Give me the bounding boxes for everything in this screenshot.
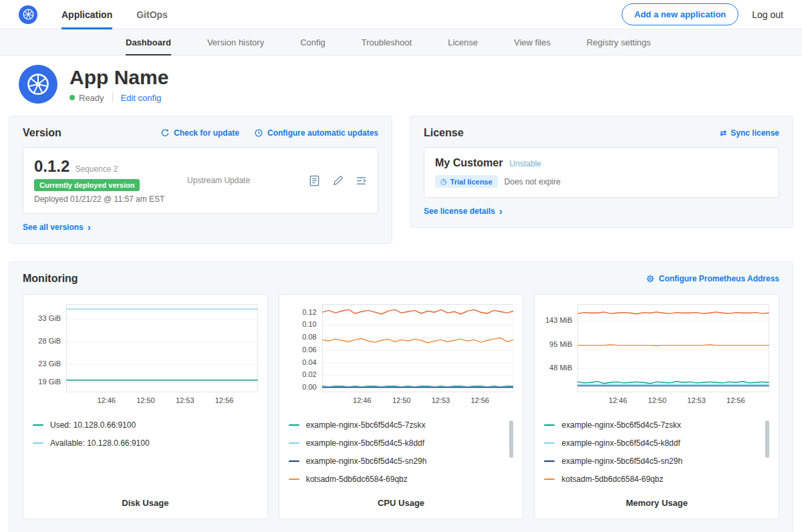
legend-item: example-nginx-5bc6f5d4c5-sn29h: [544, 452, 761, 471]
subnav-license[interactable]: License: [448, 29, 478, 55]
legend-item: example-nginx-5bc6f5d4c5-7zskx: [544, 416, 761, 434]
edit-config-link[interactable]: Edit config: [121, 93, 162, 103]
app-header: App Name Ready Edit config: [0, 55, 802, 116]
subnav-config[interactable]: Config: [300, 29, 325, 55]
license-card-title: License: [424, 127, 464, 139]
configure-automatic-updates-label: Configure automatic updates: [267, 128, 378, 138]
kubernetes-wheel-icon: [25, 72, 51, 97]
y-axis-tick: 0.06: [302, 346, 316, 354]
topnav-right: Add a new application Log out: [622, 3, 783, 25]
page-title: App Name: [70, 66, 168, 88]
check-for-update-link[interactable]: Check for update: [160, 128, 239, 138]
y-axis-tick: 0.00: [302, 383, 316, 391]
disk-usage-chart: [66, 304, 258, 392]
legend-color-dash: [289, 479, 299, 480]
subnav-version-history[interactable]: Version history: [207, 29, 264, 55]
y-axis-tick: 95 MiB: [549, 340, 572, 348]
scrollbar-thumb[interactable]: [509, 420, 513, 458]
see-license-details-link[interactable]: See license details ›: [424, 206, 503, 216]
subnav-troubleshoot[interactable]: Troubleshoot: [362, 29, 412, 55]
version-number: 0.1.2: [34, 157, 70, 176]
legend-scrollbar[interactable]: [509, 418, 513, 487]
x-axis-tick: 12:56: [726, 396, 745, 404]
clock-icon: ◷: [440, 177, 447, 186]
kubernetes-wheel-icon: [22, 8, 35, 21]
legend-label: example-nginx-5bc6f5d4c5-k8ddf: [561, 438, 680, 448]
configure-prometheus-label: Configure Prometheus Address: [659, 274, 779, 283]
x-axis-tick: 12:46: [97, 396, 116, 404]
legend-item: kotsadm-5db6dc6584-69qbz: [544, 471, 761, 489]
memory-usage-chart: [577, 304, 769, 392]
trial-license-label: Trial license: [450, 178, 493, 186]
y-axis-tick: 33 GiB: [38, 314, 61, 322]
see-all-versions-link[interactable]: See all versions ›: [23, 222, 91, 232]
deployed-timestamp: Deployed 01/21/22 @ 11:57 am EST: [34, 194, 187, 204]
memory-chart-title: Memory Usage: [544, 489, 769, 508]
cpu-usage-chart: [322, 304, 514, 392]
tab-application[interactable]: Application: [61, 0, 112, 29]
disk-x-axis: 12:4612:5012:5312:56: [66, 396, 258, 407]
ready-status-dot: [70, 95, 75, 100]
y-axis-tick: 23 GiB: [38, 360, 61, 368]
subnav-dashboard[interactable]: Dashboard: [126, 29, 171, 55]
logout-link[interactable]: Log out: [752, 9, 783, 20]
legend-color-dash: [544, 460, 555, 462]
kubernetes-logo-icon[interactable]: [19, 5, 37, 24]
divider: [112, 93, 113, 102]
legend-item: example-nginx-5bc6f5d4c5-7zskx: [289, 416, 506, 434]
legend-label: kotsadm-5db6dc6584-69qbz: [561, 475, 663, 484]
gear-icon: [646, 274, 655, 283]
y-axis-tick: 0.02: [302, 370, 316, 378]
configure-automatic-updates-link[interactable]: Configure automatic updates: [254, 128, 378, 138]
legend-scrollbar[interactable]: [765, 418, 769, 487]
sequence-label: Sequence 2: [75, 164, 118, 174]
chevron-right-icon: ›: [499, 206, 503, 216]
app-logo: [19, 65, 57, 104]
x-axis-tick: 12:56: [471, 396, 489, 404]
subnav-view-files[interactable]: View files: [514, 29, 551, 55]
y-axis-tick: 143 MiB: [545, 316, 572, 324]
x-axis-tick: 12:53: [432, 396, 450, 404]
sync-arrows-icon: ⇄: [720, 128, 726, 138]
version-card-title: Version: [23, 127, 61, 139]
y-axis-tick: 0.04: [302, 358, 316, 366]
x-axis-tick: 12:50: [136, 396, 155, 404]
trial-license-badge: ◷ Trial license: [435, 175, 498, 188]
disk-chart-title: Disk Usage: [33, 489, 258, 508]
legend-color-dash: [289, 460, 299, 462]
check-for-update-label: Check for update: [174, 128, 239, 138]
edit-config-icon[interactable]: [332, 175, 344, 186]
x-axis-tick: 12:53: [687, 396, 706, 404]
cpu-usage-panel: 0.000.020.040.060.080.100.12 12:4612:501…: [279, 294, 524, 519]
subnav-registry-settings[interactable]: Registry settings: [587, 29, 651, 55]
memory-legend: example-nginx-5bc6f5d4c5-7zskxexample-ng…: [544, 416, 769, 489]
add-application-button[interactable]: Add a new application: [622, 3, 739, 25]
customer-name: My Customer: [435, 157, 503, 169]
x-axis-tick: 12:50: [392, 396, 411, 404]
legend-label: example-nginx-5bc6f5d4c5-7zskx: [561, 420, 681, 430]
status-text: Ready: [79, 93, 104, 103]
memory-x-axis: 12:4612:5012:5312:56: [577, 396, 769, 407]
release-notes-icon[interactable]: [309, 175, 320, 186]
legend-label: example-nginx-5bc6f5d4c5-7zskx: [306, 420, 426, 430]
legend-color-dash: [544, 479, 555, 480]
y-axis-tick: 0.10: [302, 320, 316, 328]
y-axis-tick: 0.08: [302, 333, 316, 341]
license-card: License ⇄ Sync license My Customer Unsta…: [410, 116, 793, 228]
tab-gitops[interactable]: GitOps: [136, 0, 168, 29]
channel-label: Unstable: [509, 159, 541, 168]
view-diff-icon[interactable]: [356, 175, 367, 186]
disk-y-axis: 19 GiB23 GiB28 GiB33 GiB: [33, 304, 66, 392]
sync-license-link[interactable]: ⇄ Sync license: [720, 128, 779, 138]
legend-label: example-nginx-5bc6f5d4c5-k8ddf: [306, 438, 424, 448]
x-axis-tick: 12:53: [176, 396, 194, 404]
x-axis-tick: 12:46: [609, 396, 628, 404]
legend-item: example-nginx-5bc6f5d4c5-k8ddf: [544, 434, 761, 452]
configure-prometheus-link[interactable]: Configure Prometheus Address: [646, 274, 779, 283]
legend-item: Used: 10.128.0.66:9100: [33, 416, 250, 434]
legend-color-dash: [544, 442, 555, 444]
scrollbar-thumb[interactable]: [765, 420, 769, 458]
deployed-version-badge: Currently deployed version: [34, 179, 140, 191]
legend-item: example-nginx-5bc6f5d4c5-sn29h: [289, 452, 506, 471]
legend-label: kotsadm-5db6dc6584-69qbz: [306, 475, 408, 484]
